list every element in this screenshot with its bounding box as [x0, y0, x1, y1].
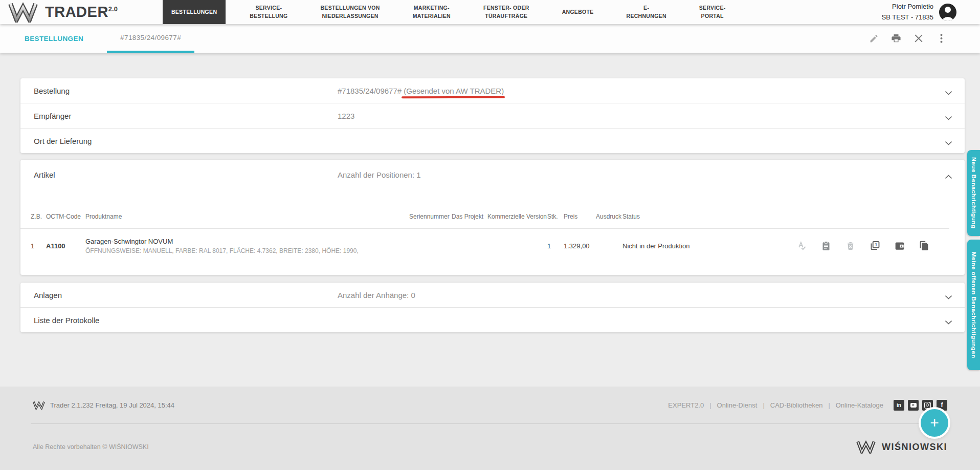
app-version-sup: 2.0 [108, 5, 118, 13]
edit-button[interactable] [866, 31, 881, 46]
wisniowski-w-icon [856, 440, 876, 454]
wallet-icon [895, 241, 905, 251]
add-fab-button[interactable]: + [921, 409, 948, 437]
attachments-card: Anlagen Anzahl der Anhänge: 0 Liste der … [20, 283, 965, 332]
accordion-ort-der-lieferung[interactable]: Ort der Lieferung [20, 128, 965, 153]
cell-zb: 1 [31, 242, 34, 250]
nav-item-e-rechnungen[interactable]: E- RECHNUNGEN [618, 0, 675, 24]
file-copy-button[interactable] [917, 239, 931, 253]
document-tabbar: BESTELLUNGEN #71835/24/09677# [0, 24, 980, 53]
link-expert20[interactable]: EXPERT2.0 [668, 401, 704, 409]
tab-order-71835-24-09677[interactable]: #71835/24/09677# [107, 24, 194, 53]
delete-button[interactable] [843, 239, 858, 253]
side-tab-neue-benachrichtigung[interactable]: Neue Benachrichtigung [967, 150, 980, 236]
col-status: Status [622, 213, 640, 220]
row-actions: 1 [794, 239, 931, 253]
nav-item-fenster-tuerauftraege[interactable]: FENSTER- ODER TÜRAUFTRÄGE [475, 0, 538, 24]
chevron-down-icon[interactable] [945, 317, 952, 327]
accordion-artikel[interactable]: Artikel Anzahl der Positionen: 1 [20, 160, 965, 189]
brand-logo: WIŚNIOWSKI [856, 440, 947, 454]
accordion-ort-label: Ort der Lieferung [34, 137, 92, 145]
accordion-artikel-value: Anzahl der Positionen: 1 [338, 170, 421, 179]
col-zb: Z.B. [31, 213, 42, 220]
article-table-header: Z.B. OCTM-Code Produktname Seriennummer … [20, 205, 949, 229]
close-button[interactable] [911, 31, 926, 46]
col-octm-code: OCTM-Code [46, 213, 81, 220]
page: TRADER2.0 BESTELLUNGEN SERVICE- BESTELLU… [0, 0, 980, 470]
accordion-empfaenger-value: 1223 [338, 112, 354, 120]
accordion-anlagen[interactable]: Anlagen Anzahl der Anhänge: 0 [20, 283, 965, 307]
wallet-button[interactable] [892, 239, 907, 253]
chevron-down-icon[interactable] [945, 113, 952, 122]
youtube-play-glyph [910, 403, 917, 408]
accordion-bestellung-label: Bestellung [34, 87, 70, 95]
artikel-card: Artikel Anzahl der Positionen: 1 Z.B. OC… [20, 160, 965, 275]
print-icon [892, 34, 901, 43]
avatar-icon[interactable] [939, 4, 956, 21]
order-number-text: #71835/24/09677# [338, 87, 404, 95]
nav-item-service-bestellung[interactable]: SERVICE- BESTELLUNG [241, 0, 296, 24]
accordion-bestellung-value: #71835/24/09677# (Gesendet von AW TRADER… [338, 87, 504, 95]
nav-item-bestellungen-niederlassungen[interactable]: BESTELLUNGEN VON NIEDERLASSUNGEN [311, 0, 388, 24]
close-icon [915, 34, 923, 42]
link-cad-bibliotheken[interactable]: CAD-Bibliotheken [757, 401, 822, 409]
order-summary-card: Bestellung #71835/24/09677# (Gesendet vo… [20, 78, 965, 153]
col-preis: Preis [564, 213, 577, 220]
nav-item-bestellungen[interactable]: BESTELLUNGEN [163, 0, 226, 24]
tab-actions [866, 24, 980, 53]
youtube-icon[interactable] [908, 400, 919, 411]
nav-item-angebote[interactable]: ANGEBOTE [553, 0, 603, 24]
footer-links-area: EXPERT2.0 Online-Dienst CAD-Bibliotheken… [668, 400, 947, 411]
accordion-empfaenger[interactable]: Empfänger 1223 [20, 103, 965, 128]
col-ausdruck: Ausdruck [596, 213, 621, 220]
filter-1-icon: 1 [870, 241, 880, 251]
wisniowski-w-icon [33, 401, 45, 410]
accordion-empfaenger-label: Empfänger [34, 112, 71, 120]
nav-item-marketing-materialien[interactable]: MARKETING- MATERIALIEN [404, 0, 459, 24]
product-description: ÖFFNUNGSWEISE: MANUELL, FARBE: RAL 8017,… [85, 247, 413, 254]
footer-links: EXPERT2.0 Online-Dienst CAD-Bibliotheken… [668, 401, 883, 409]
tab-bestellungen[interactable]: BESTELLUNGEN [11, 24, 97, 53]
accordion-artikel-label: Artikel [34, 170, 55, 179]
edit-icon [870, 34, 878, 43]
user-name: Piotr Pomietło [882, 2, 933, 12]
col-das-projekt: Das Projekt [452, 213, 483, 220]
chevron-down-icon[interactable] [945, 88, 952, 97]
side-tab-meine-offenen-benachrichtigungen[interactable]: Meine offenen Benachrichtigungen [967, 240, 980, 370]
accordion-anlagen-label: Anlagen [34, 291, 62, 300]
cell-status: Nicht in der Produktion [622, 242, 690, 250]
sent-by-note-annotated: (Gesendet von AW TRADER) [404, 87, 504, 95]
user-account: SB TEST - 71835 [882, 12, 933, 23]
nav-item-service-portal[interactable]: SERVICE- PORTAL [691, 0, 734, 24]
more-vert-icon [940, 34, 943, 43]
app-logo[interactable]: TRADER2.0 [0, 0, 118, 24]
table-row: 1 A1100 Garagen-Schwingtor NOVUM ÖFFNUNG… [20, 229, 965, 263]
col-kommerzielle-version: Kommerzielle Version [487, 213, 547, 220]
print-button[interactable] [889, 31, 903, 46]
col-produktname: Produktname [85, 213, 122, 220]
facebook-icon[interactable]: f [937, 400, 947, 411]
chevron-down-icon[interactable] [945, 292, 952, 302]
clipboard-button[interactable] [818, 239, 833, 253]
footer: Trader 2.1.232 Freitag, 19 Jul 2024, 15:… [0, 387, 980, 470]
spellcheck-icon [796, 241, 807, 251]
link-online-kataloge[interactable]: Online-Kataloge [822, 401, 883, 409]
user-menu[interactable]: Piotr Pomietło SB TEST - 71835 [882, 0, 980, 24]
spellcheck-button[interactable] [794, 239, 809, 253]
accordion-anlagen-value: Anzahl der Anhänge: 0 [338, 291, 415, 300]
svg-text:1: 1 [875, 242, 877, 247]
link-online-dienst[interactable]: Online-Dienst [704, 401, 757, 409]
cell-price: 1.329,00 [564, 242, 590, 250]
filter-1-button[interactable]: 1 [867, 239, 882, 253]
brand-wordmark: WIŚNIOWSKI [882, 442, 947, 453]
wisniowski-w-icon [8, 2, 38, 23]
version-text: Trader 2.1.232 Freitag, 19 Jul 2024, 15:… [50, 401, 174, 409]
social-icons: in f [894, 400, 947, 411]
accordion-bestellung[interactable]: Bestellung #71835/24/09677# (Gesendet vo… [20, 78, 965, 103]
chevron-down-icon[interactable] [945, 138, 952, 147]
more-menu-button[interactable] [934, 31, 948, 46]
linkedin-icon[interactable]: in [894, 400, 904, 411]
accordion-protokolle[interactable]: Liste der Protokolle [20, 307, 965, 332]
instagram-icon[interactable] [922, 400, 933, 411]
chevron-up-icon[interactable] [945, 172, 952, 181]
